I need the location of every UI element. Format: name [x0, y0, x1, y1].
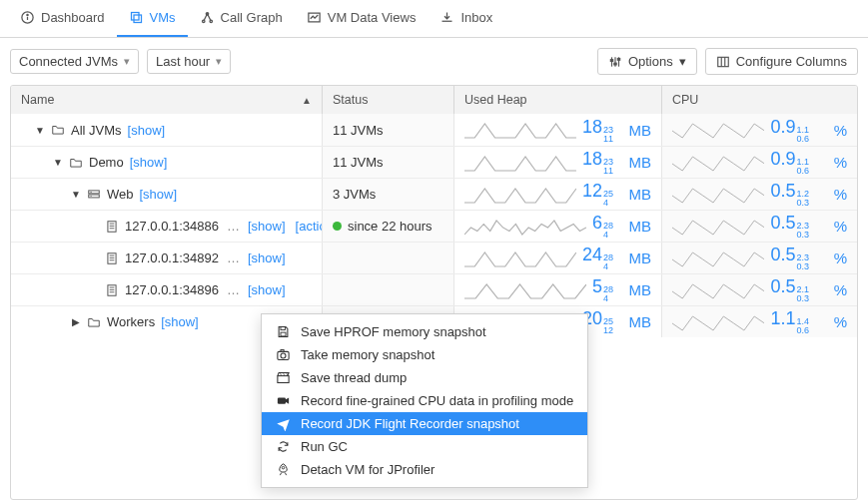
tree-caret-icon[interactable]: ▶ — [71, 316, 81, 327]
cell-heap: 182311 MB — [454, 114, 662, 146]
cell-cpu: 0.91.10.6 % — [662, 114, 857, 146]
table-row[interactable]: ▼ All JVMs [show] 11 JVMs 182311 MB — [11, 114, 857, 146]
show-link[interactable]: [show] — [140, 187, 178, 202]
table-row[interactable]: ▼ Web [show] 3 JVMs 12254 MB — [11, 178, 857, 210]
show-link[interactable]: [show] — [128, 123, 166, 138]
cell-status — [323, 243, 454, 273]
tab-dataviews[interactable]: VM Data Views — [295, 0, 429, 37]
folder-icon — [87, 315, 101, 329]
col-status[interactable]: Status — [323, 86, 454, 114]
heap-unit: MB — [625, 154, 651, 171]
save-icon — [276, 324, 291, 339]
svg-rect-14 — [617, 58, 619, 60]
tab-inbox[interactable]: Inbox — [428, 0, 504, 37]
cpu-value: 0.91.10.6 — [770, 149, 809, 176]
columns-icon — [716, 55, 730, 69]
jvm-filter-select[interactable]: Connected JVMs ▾ — [10, 49, 139, 74]
toolbar: Connected JVMs ▾ Last hour ▾ Options ▾ C… — [0, 38, 868, 85]
col-cpu[interactable]: CPU — [662, 86, 857, 114]
status-text: 11 JVMs — [333, 123, 384, 138]
menu-item[interactable]: Record JDK Flight Recorder snapshot — [262, 412, 587, 435]
heap-unit: MB — [625, 250, 651, 266]
tab-label: Inbox — [460, 10, 492, 25]
menu-item-label: Save HPROF memory snapshot — [301, 324, 486, 339]
select-value: Connected JVMs — [19, 54, 118, 69]
menu-item[interactable]: Save thread dump — [262, 366, 587, 389]
cell-status: 11 JVMs — [323, 147, 454, 178]
table-row[interactable]: 127.0.0.1:34892 … [show] 24284 MB 0.52.3… — [11, 242, 857, 273]
menu-item-label: Take memory snapshot — [301, 347, 434, 362]
plane-icon — [276, 416, 291, 431]
actions-link[interactable]: [actions] — [296, 219, 323, 234]
tab-label: VM Data Views — [328, 10, 417, 25]
tree-caret-icon[interactable]: ▼ — [35, 125, 45, 136]
status-text: since 22 hours — [348, 219, 433, 234]
menu-item-label: Save thread dump — [301, 370, 407, 385]
node-label: 127.0.0.1:34892 — [125, 250, 219, 265]
menu-item[interactable]: Take memory snapshot — [262, 343, 587, 366]
info-icon — [20, 10, 35, 25]
menu-item-label: Detach VM for JProfiler — [301, 462, 434, 477]
svg-point-2 — [27, 14, 28, 15]
table-row[interactable]: 127.0.0.1:34886 … [show] [actions] since… — [11, 210, 857, 242]
menu-item[interactable]: Save HPROF memory snapshot — [262, 320, 587, 343]
heap-value: 182311 — [582, 117, 613, 144]
tab-label: Dashboard — [41, 10, 105, 25]
time-range-select[interactable]: Last hour ▾ — [147, 49, 231, 74]
tree-caret-icon[interactable]: ▼ — [53, 157, 63, 168]
folder-icon — [69, 156, 83, 170]
tree-caret-icon[interactable]: ▼ — [71, 189, 81, 200]
menu-item[interactable]: Record fine-grained CPU data in profilin… — [262, 389, 587, 412]
tab-dashboard[interactable]: Dashboard — [8, 0, 117, 37]
cpu-unit: % — [821, 186, 847, 203]
configure-columns-button[interactable]: Configure Columns — [705, 48, 858, 75]
heap-unit: MB — [625, 218, 651, 235]
download-icon — [439, 10, 454, 25]
cell-cpu: 0.91.10.6 % — [662, 147, 857, 178]
col-heap[interactable]: Used Heap — [454, 86, 662, 114]
cell-cpu: 0.52.10.3 % — [662, 274, 857, 305]
button-label: Configure Columns — [736, 54, 847, 69]
cpu-unit: % — [821, 313, 847, 330]
sort-asc-icon: ▲ — [302, 95, 312, 106]
cell-cpu: 0.51.20.3 % — [662, 179, 857, 210]
cpu-value: 1.11.40.6 — [770, 308, 809, 335]
tab-vms[interactable]: VMs — [117, 0, 188, 37]
cpu-unit: % — [821, 218, 847, 235]
show-link[interactable]: [show] — [130, 155, 168, 170]
cell-status — [323, 274, 454, 305]
node-label: Demo — [89, 155, 124, 170]
menu-item[interactable]: Run GC — [262, 435, 587, 458]
ellipsis: … — [227, 219, 240, 234]
heap-unit: MB — [625, 281, 651, 298]
select-value: Last hour — [156, 54, 210, 69]
svg-rect-15 — [717, 57, 728, 66]
svg-rect-13 — [614, 63, 616, 65]
show-link[interactable]: [show] — [161, 314, 199, 329]
cell-status: since 22 hours — [323, 211, 454, 242]
show-link[interactable]: [show] — [248, 219, 286, 234]
options-button[interactable]: Options ▾ — [597, 48, 697, 75]
layers-icon — [129, 10, 144, 25]
table-row[interactable]: ▼ Demo [show] 11 JVMs 182311 MB — [11, 146, 857, 178]
cell-cpu: 0.52.30.3 % — [662, 243, 857, 273]
status-text: 11 JVMs — [333, 155, 384, 170]
cell-cpu: 1.11.40.6 % — [662, 306, 857, 337]
menu-item-label: Record fine-grained CPU data in profilin… — [301, 393, 573, 408]
menu-item[interactable]: Detach VM for JProfiler — [262, 458, 587, 481]
table-row[interactable]: 127.0.0.1:34896 … [show] 5284 MB 0.52.10… — [11, 273, 857, 305]
tab-callgraph[interactable]: Call Graph — [188, 0, 295, 37]
show-link[interactable]: [show] — [248, 250, 286, 265]
show-link[interactable]: [show] — [248, 282, 286, 297]
cell-cpu: 0.52.30.3 % — [662, 211, 857, 242]
graph-icon — [200, 10, 215, 25]
node-label: 127.0.0.1:34886 — [125, 219, 219, 234]
col-name[interactable]: Name▲ — [11, 86, 323, 114]
chart-icon — [307, 10, 322, 25]
node-label: 127.0.0.1:34896 — [125, 282, 219, 297]
vm-context-menu: Save HPROF memory snapshotTake memory sn… — [261, 313, 588, 488]
cpu-unit: % — [821, 154, 847, 171]
table-header: Name▲ Status Used Heap CPU — [11, 86, 857, 114]
chevron-down-icon: ▾ — [124, 55, 130, 68]
cpu-value: 0.91.10.6 — [770, 117, 809, 144]
